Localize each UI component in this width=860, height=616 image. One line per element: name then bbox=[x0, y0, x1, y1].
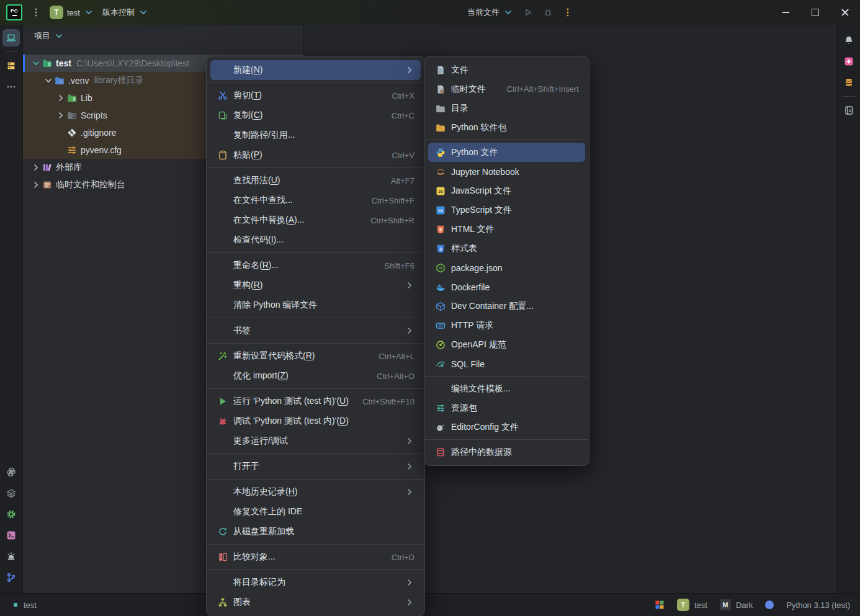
status-project-widget[interactable]: T test bbox=[677, 599, 707, 611]
submenu-item-edit-file-templates[interactable]: 编辑文件模板... bbox=[428, 379, 585, 398]
menu-item-find-usages[interactable]: 查找用法(U) Alt+F7 bbox=[210, 171, 421, 190]
separator bbox=[207, 544, 424, 545]
menu-item-inspect-code[interactable]: 检查代码(I)... bbox=[210, 230, 421, 250]
status-left-text: test bbox=[24, 600, 37, 610]
chevron-down-icon[interactable] bbox=[43, 76, 53, 86]
windows-grid-icon[interactable] bbox=[655, 600, 665, 610]
submenu-item-http-request[interactable]: API HTTP 请求 bbox=[428, 316, 585, 335]
minimize-button[interactable] bbox=[771, 0, 800, 25]
services-icon[interactable] bbox=[2, 548, 20, 565]
menu-item-copy[interactable]: 复制(C) Ctrl+C bbox=[210, 105, 421, 125]
submenu-item-stylesheet[interactable]: 3 样式表 bbox=[428, 239, 585, 258]
project-panel-header[interactable]: 项目 bbox=[23, 25, 303, 47]
submenu-item-javascript-file[interactable]: JS JavaScript 文件 bbox=[428, 181, 585, 200]
project-tool-icon[interactable] bbox=[2, 29, 20, 47]
structure-icon[interactable] bbox=[2, 484, 20, 502]
empty-icon bbox=[218, 235, 228, 245]
theme-widget[interactable]: M Dark bbox=[720, 599, 753, 610]
more-tools-icon[interactable] bbox=[2, 78, 20, 96]
maximize-button[interactable] bbox=[800, 0, 830, 25]
submenu-item-dev-container[interactable]: Dev Container 配置... bbox=[428, 297, 585, 316]
submenu-item-dockerfile[interactable]: Dockerfile bbox=[428, 277, 585, 297]
menu-item-find-in-files[interactable]: 在文件中查找... Ctrl+Shift+F bbox=[210, 190, 421, 210]
run-more-kebab-icon[interactable] bbox=[563, 7, 573, 17]
chevron-down-icon[interactable] bbox=[31, 58, 41, 68]
git-branch-icon[interactable] bbox=[2, 569, 20, 586]
submenu-item-package-json[interactable]: JS package.json bbox=[428, 258, 585, 277]
submenu-item-scratch-file[interactable]: 临时文件 Ctrl+Alt+Shift+Insert bbox=[428, 79, 585, 99]
empty-icon bbox=[218, 130, 228, 140]
submenu-item-directory[interactable]: 目录 bbox=[428, 99, 585, 118]
empty-icon bbox=[218, 371, 228, 381]
menu-item-run[interactable]: 运行 'Python 测试 (test 内)'(U) Ctrl+Shift+F1… bbox=[210, 391, 421, 411]
separator bbox=[207, 83, 424, 83]
svg-text:TS: TS bbox=[438, 208, 443, 213]
dbyellow-icon bbox=[844, 78, 854, 87]
menu-item-copy-path[interactable]: 复制路径/引用... bbox=[210, 125, 421, 145]
chevron-right-icon[interactable] bbox=[31, 163, 41, 172]
menu-item-reload-from-disk[interactable]: 从磁盘重新加载 bbox=[210, 522, 421, 542]
svg-text:JS: JS bbox=[438, 189, 443, 194]
menu-item-new[interactable]: 新建(N) bbox=[210, 60, 421, 80]
menu-item-bookmarks[interactable]: 书签 bbox=[210, 321, 421, 341]
python-packages-icon[interactable] bbox=[2, 463, 20, 481]
database-icon[interactable] bbox=[840, 74, 858, 91]
chevron-right-icon[interactable] bbox=[31, 180, 41, 190]
slidersorange-icon bbox=[67, 145, 77, 155]
terminal-icon[interactable] bbox=[2, 527, 20, 544]
run-configuration-selector[interactable]: 当前文件 bbox=[467, 7, 513, 18]
empty-icon bbox=[218, 578, 228, 587]
menu-item-clean-pyc[interactable]: 清除 Python 编译文件 bbox=[210, 295, 421, 315]
menu-item-diagrams[interactable]: 图表 bbox=[210, 592, 421, 612]
status-circle-icon[interactable] bbox=[765, 600, 774, 609]
bell-icon bbox=[844, 35, 854, 45]
menu-item-mark-directory-as[interactable]: 将目录标记为 bbox=[210, 573, 421, 592]
commit-tool-icon[interactable] bbox=[2, 57, 20, 74]
interpreter-label[interactable]: Python 3.13 (test) bbox=[786, 600, 850, 610]
chevron-right-icon[interactable] bbox=[56, 110, 66, 120]
submenu-arrow-icon bbox=[405, 436, 414, 446]
submenu-item-sql-file[interactable]: SQL File bbox=[428, 354, 585, 373]
submenu-item-editorconfig[interactable]: EditorConfig 文件 bbox=[428, 417, 585, 437]
submenu-item-file[interactable]: 文件 bbox=[428, 60, 585, 79]
submenu-arrow-icon bbox=[405, 487, 414, 497]
menu-item-repair-ide[interactable]: 修复文件上的 IDE bbox=[210, 502, 421, 522]
project-widget[interactable]: T test bbox=[50, 6, 94, 19]
menu-item-debug[interactable]: 调试 'Python 测试 (test 内)'(D) bbox=[210, 411, 421, 431]
menu-item-open-in[interactable]: 打开于 bbox=[210, 457, 421, 476]
run-button-icon[interactable] bbox=[523, 7, 533, 17]
submenu-item-data-source-in-path[interactable]: 路径中的数据源 bbox=[428, 442, 585, 462]
menu-item-cut[interactable]: 剪切(T) Ctrl+X bbox=[210, 86, 421, 105]
settings-gear-icon[interactable] bbox=[2, 506, 20, 523]
submenu-item-html-file[interactable]: 5 HTML 文件 bbox=[428, 220, 585, 239]
project-panel-title: 项目 bbox=[34, 30, 50, 42]
ai-assistant-icon[interactable] bbox=[840, 53, 858, 70]
submenu-item-typescript-file[interactable]: TS TypeScript 文件 bbox=[428, 200, 585, 220]
menu-item-compare-with[interactable]: 比较对象... Ctrl+D bbox=[210, 547, 421, 567]
folderyellow-icon bbox=[436, 123, 446, 133]
menu-item-local-history[interactable]: 本地历史记录(H) bbox=[210, 482, 421, 502]
documentation-icon[interactable]: A bbox=[840, 102, 858, 119]
copy-icon bbox=[218, 110, 228, 120]
menu-item-replace-in-files[interactable]: 在文件中替换(A)... Ctrl+Shift+R bbox=[210, 210, 421, 230]
vcs-widget[interactable]: 版本控制 bbox=[102, 7, 148, 18]
chevron-right-icon[interactable] bbox=[56, 93, 66, 103]
submenu-item-python-file[interactable]: Python 文件 bbox=[428, 143, 585, 162]
menu-item-rename[interactable]: 重命名(R)... Shift+F6 bbox=[210, 256, 421, 275]
menu-item-optimize-imports[interactable]: 优化 import(Z) Ctrl+Alt+O bbox=[210, 366, 421, 386]
menu-item-reformat[interactable]: 重新设置代码格式(R) Ctrl+Alt+L bbox=[210, 346, 421, 366]
main-menu-kebab-icon[interactable] bbox=[31, 7, 41, 17]
debug-icon bbox=[218, 416, 228, 426]
menu-item-more-run-debug[interactable]: 更多运行/调试 bbox=[210, 431, 421, 451]
close-button[interactable] bbox=[830, 0, 860, 25]
debug-button-icon[interactable] bbox=[543, 7, 553, 17]
chevron-down-icon bbox=[54, 31, 64, 41]
notifications-bell-icon[interactable] bbox=[840, 32, 858, 49]
submenu-item-python-package[interactable]: Python 软件包 bbox=[428, 118, 585, 137]
menu-item-refactor[interactable]: 重构(R) bbox=[210, 275, 421, 295]
separator bbox=[207, 479, 424, 480]
submenu-item-jupyter-notebook[interactable]: Jupyter Notebook bbox=[428, 162, 585, 181]
submenu-item-openapi[interactable]: OpenAPI 规范 bbox=[428, 335, 585, 354]
submenu-item-resource-bundle[interactable]: 资源包 bbox=[428, 398, 585, 417]
menu-item-paste[interactable]: 粘贴(P) Ctrl+V bbox=[210, 145, 421, 165]
